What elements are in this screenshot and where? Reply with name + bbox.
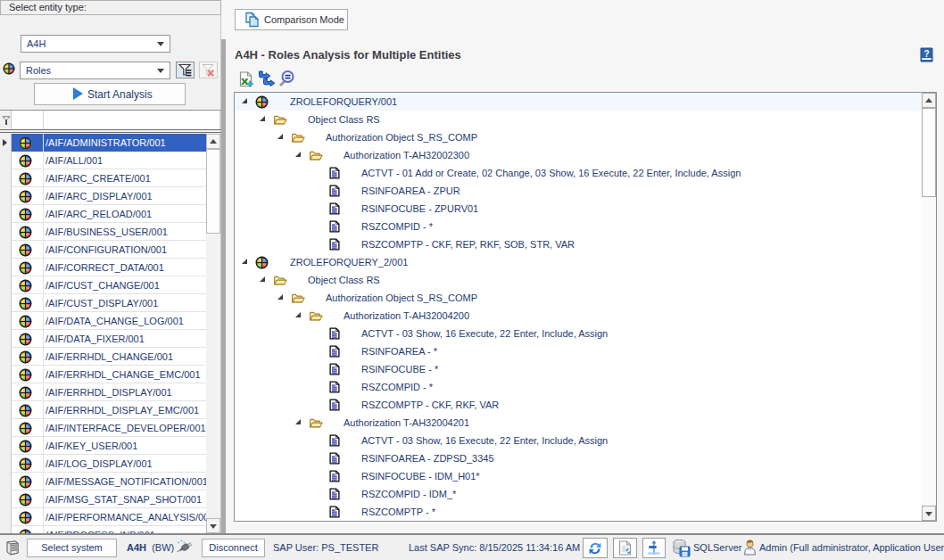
svg-text:?: ?	[923, 49, 929, 59]
